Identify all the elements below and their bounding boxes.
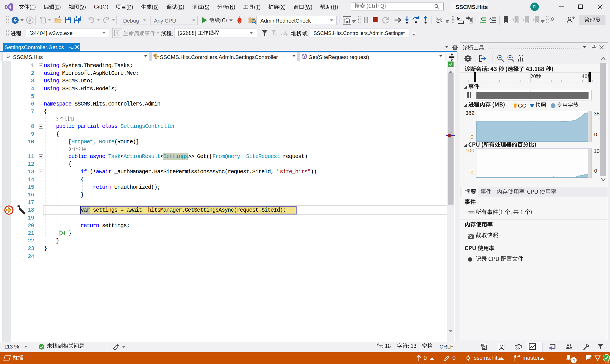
svg-text:C#: C# bbox=[6, 55, 10, 58]
